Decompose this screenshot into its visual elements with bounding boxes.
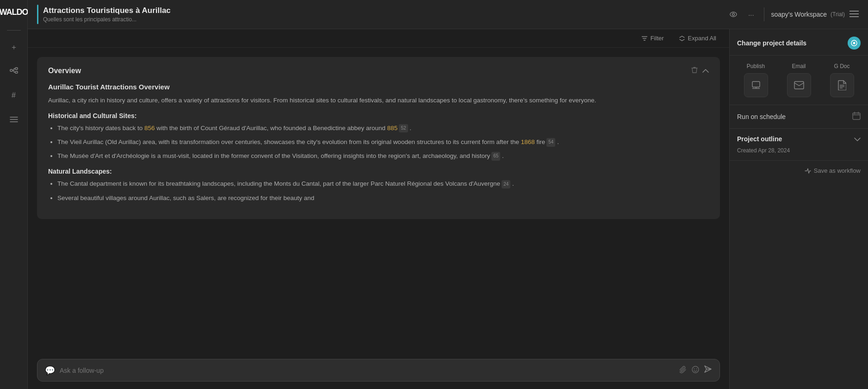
historical-section-title: Historical and Cultural Sites: bbox=[48, 112, 709, 119]
natural-bullets: The Cantal department is known for its b… bbox=[48, 179, 709, 203]
page-subtitle: Quelles sont les principales attractio..… bbox=[43, 16, 171, 23]
svg-point-23 bbox=[853, 42, 856, 44]
schedule-section: Run on schedule bbox=[730, 105, 868, 129]
outline-header[interactable]: Project outline bbox=[737, 135, 861, 143]
bullet4-ref: 24 bbox=[502, 180, 510, 189]
svg-rect-31 bbox=[853, 113, 860, 119]
bullet1-year2: 885 bbox=[387, 125, 398, 132]
save-workflow-button[interactable]: Save as workflow bbox=[805, 167, 861, 174]
workspace-area: soapy's Workspace (Trial) bbox=[771, 11, 845, 18]
bullet1-year1: 856 bbox=[144, 125, 155, 132]
panel-close-btn[interactable] bbox=[848, 37, 861, 50]
right-panel: Change project details Publish bbox=[729, 29, 868, 389]
bullet2-prefix: The Vieil Aurillac (Old Aurillac) area, … bbox=[57, 138, 521, 145]
bullet2-year: 1868 bbox=[521, 138, 535, 145]
sidebar-divider bbox=[7, 30, 21, 31]
bullet-4: The Cantal department is known for its b… bbox=[57, 179, 709, 189]
bullet4-suffix: . bbox=[510, 180, 514, 187]
bullet1-suffix: . bbox=[408, 125, 412, 132]
panel-title: Change project details bbox=[737, 39, 806, 47]
filter-label: Filter bbox=[651, 35, 664, 42]
bullet-2: The Vieil Aurillac (Old Aurillac) area, … bbox=[57, 137, 709, 147]
svg-point-20 bbox=[696, 368, 697, 369]
eye-icon[interactable] bbox=[727, 8, 740, 21]
bullet3-text: The Musée d'Art et d'Archéologie is a mu… bbox=[57, 152, 490, 159]
separator bbox=[764, 7, 764, 21]
svg-rect-0 bbox=[10, 69, 12, 71]
bullet4-prefix: The Cantal department is known for its b… bbox=[57, 180, 500, 187]
bullet1-prefix: The city's history dates back to bbox=[57, 125, 144, 132]
workflow-section: Save as workflow bbox=[730, 161, 868, 181]
followup-icon: 💬 bbox=[45, 365, 55, 376]
sidebar-workflow-icon[interactable] bbox=[6, 64, 21, 79]
followup-input[interactable] bbox=[60, 367, 675, 374]
card-actions bbox=[691, 66, 709, 75]
outline-chevron-icon[interactable] bbox=[854, 135, 861, 143]
attachment-icon[interactable] bbox=[680, 366, 687, 375]
delete-icon[interactable] bbox=[691, 66, 698, 75]
publish-option[interactable]: Publish bbox=[737, 63, 775, 97]
doc-title: Aurillac Tourist Attractions Overview bbox=[48, 83, 709, 91]
top-header: Attractions Touristiques à Aurillac Quel… bbox=[28, 0, 868, 29]
bullet2-suffix: . bbox=[555, 138, 559, 145]
doc-para1: Aurillac, a city rich in history and cul… bbox=[48, 95, 709, 106]
brand-logo: WALDO bbox=[0, 6, 28, 21]
bullet2-ref: 54 bbox=[546, 138, 555, 147]
expand-all-label: Expand All bbox=[688, 35, 716, 42]
document-area: Overview bbox=[28, 48, 729, 359]
svg-rect-1 bbox=[15, 68, 18, 69]
bullet-1: The city's history dates back to 856 wit… bbox=[57, 123, 709, 133]
export-options: Publish Email bbox=[737, 63, 861, 97]
email-label: Email bbox=[792, 63, 806, 69]
svg-rect-27 bbox=[794, 82, 804, 89]
page-title: Attractions Touristiques à Aurillac bbox=[43, 6, 171, 15]
bullet1-mid: with the birth of Count Géraud d'Aurilla… bbox=[155, 125, 387, 132]
accent-bar bbox=[37, 5, 38, 24]
bullet-5: Several beautiful villages around Aurill… bbox=[57, 193, 709, 203]
svg-point-19 bbox=[694, 368, 695, 369]
email-option[interactable]: Email bbox=[780, 63, 818, 97]
title-area: Attractions Touristiques à Aurillac Quel… bbox=[43, 6, 171, 23]
expand-all-button[interactable]: Expand All bbox=[675, 33, 720, 44]
bullet3-ref: 65 bbox=[491, 152, 500, 161]
gdoc-label: G Doc bbox=[834, 63, 849, 69]
export-section: Publish Email bbox=[730, 56, 868, 105]
sidebar-hash-icon[interactable]: # bbox=[6, 88, 21, 103]
center-content: Filter Expand All Overview bbox=[28, 29, 729, 389]
publish-icon-box[interactable] bbox=[744, 73, 768, 97]
svg-point-10 bbox=[730, 12, 737, 17]
panel-header: Change project details bbox=[730, 29, 868, 56]
header-left: Attractions Touristiques à Aurillac Quel… bbox=[37, 5, 171, 24]
calendar-icon[interactable] bbox=[852, 112, 861, 122]
emoji-icon[interactable] bbox=[692, 366, 699, 375]
send-icon[interactable] bbox=[704, 365, 712, 376]
sidebar: WALDO ＋ # bbox=[0, 0, 28, 389]
collapse-icon[interactable] bbox=[702, 67, 709, 75]
sidebar-layers-icon[interactable] bbox=[6, 112, 21, 127]
sidebar-add-icon[interactable]: ＋ bbox=[6, 40, 21, 55]
content-wrapper: Filter Expand All Overview bbox=[28, 29, 868, 389]
bullet3-suffix: . bbox=[500, 152, 504, 159]
gdoc-icon-box[interactable] bbox=[830, 73, 854, 97]
outline-created: Created Apr 28, 2024 bbox=[737, 147, 861, 154]
outline-section: Project outline Created Apr 28, 2024 bbox=[730, 129, 868, 161]
svg-rect-24 bbox=[752, 82, 760, 87]
filter-button[interactable]: Filter bbox=[638, 33, 668, 44]
svg-point-18 bbox=[692, 366, 699, 373]
toolbar-bar: Filter Expand All bbox=[28, 29, 729, 48]
workspace-name: soapy's Workspace bbox=[771, 11, 827, 18]
bullet5-text: Several beautiful villages around Aurill… bbox=[57, 194, 314, 201]
bullet-3: The Musée d'Art et d'Archéologie is a mu… bbox=[57, 151, 709, 161]
main-area: Attractions Touristiques à Aurillac Quel… bbox=[28, 0, 868, 389]
svg-point-11 bbox=[732, 13, 735, 16]
header-right: ··· soapy's Workspace (Trial) bbox=[727, 7, 859, 21]
more-options-icon[interactable]: ··· bbox=[744, 8, 757, 21]
email-icon-box[interactable] bbox=[787, 73, 811, 97]
followup-bar: 💬 bbox=[37, 359, 720, 382]
card-header: Overview bbox=[48, 66, 709, 75]
hamburger-icon[interactable] bbox=[849, 10, 859, 19]
gdoc-option[interactable]: G Doc bbox=[823, 63, 861, 97]
outline-title: Project outline bbox=[737, 135, 782, 143]
schedule-title: Run on schedule bbox=[737, 113, 786, 120]
workspace-trial: (Trial) bbox=[831, 11, 845, 18]
